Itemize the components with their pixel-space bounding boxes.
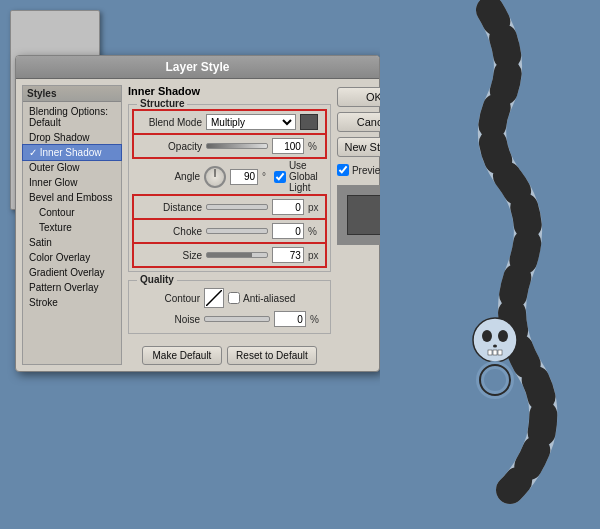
preview-checkbox[interactable] <box>337 164 349 176</box>
style-item-blending[interactable]: Blending Options: Default <box>23 104 121 130</box>
svg-point-5 <box>493 345 497 348</box>
svg-point-3 <box>482 330 492 342</box>
size-unit: px <box>308 250 322 261</box>
svg-rect-0 <box>380 0 600 529</box>
blend-mode-row: Blend Mode Multiply Normal Screen Overla… <box>135 112 324 132</box>
angle-row: Angle ° Use Global Light <box>135 160 324 193</box>
angle-input[interactable] <box>230 169 258 185</box>
bottom-buttons: Make Default Reset to Default <box>128 346 331 365</box>
svg-rect-8 <box>498 350 502 355</box>
layer-style-dialog: Layer Style Styles Blending Options: Def… <box>15 55 380 372</box>
blend-mode-label: Blend Mode <box>137 117 202 128</box>
inner-shadow-header: Inner Shadow <box>128 85 331 97</box>
choke-unit: % <box>308 226 322 237</box>
style-item-bevel-emboss[interactable]: Bevel and Emboss <box>23 190 121 205</box>
blend-mode-select[interactable]: Multiply Normal Screen Overlay <box>206 114 296 130</box>
distance-slider[interactable] <box>206 204 268 210</box>
options-panel: Inner Shadow Structure Blend Mode Multip… <box>128 85 331 365</box>
noise-input[interactable] <box>274 311 306 327</box>
angle-line <box>215 169 216 177</box>
size-input[interactable] <box>272 247 304 263</box>
distance-input[interactable] <box>272 199 304 215</box>
choke-label: Choke <box>137 226 202 237</box>
structure-title: Structure <box>137 98 187 109</box>
styles-list: Blending Options: Default Drop Shadow ✓ … <box>23 102 121 312</box>
angle-unit: ° <box>262 171 270 182</box>
noise-unit: % <box>310 314 324 325</box>
reset-to-default-button[interactable]: Reset to Default <box>227 346 317 365</box>
global-light-label[interactable]: Use Global Light <box>274 160 324 193</box>
quality-group: Quality Contour Anti-aliased <box>128 280 331 334</box>
make-default-button[interactable]: Make Default <box>142 346 222 365</box>
size-label: Size <box>137 250 202 261</box>
angle-dial[interactable] <box>204 166 226 188</box>
contour-thumbnail[interactable] <box>204 288 224 308</box>
contour-label: Contour <box>135 293 200 304</box>
opacity-input[interactable] <box>272 138 304 154</box>
contour-svg <box>206 290 222 306</box>
dialog-titlebar: Layer Style <box>16 56 379 79</box>
style-item-inner-shadow[interactable]: ✓ Inner Shadow <box>23 145 121 160</box>
opacity-row: Opacity % <box>135 136 324 156</box>
choke-input[interactable] <box>272 223 304 239</box>
svg-rect-6 <box>488 350 492 355</box>
snake-illustration <box>380 0 600 529</box>
distance-row: Distance px <box>135 197 324 217</box>
anti-aliased-label[interactable]: Anti-aliased <box>228 292 295 304</box>
style-item-drop-shadow[interactable]: Drop Shadow <box>23 130 121 145</box>
choke-slider[interactable] <box>206 228 268 234</box>
opacity-slider[interactable] <box>206 143 268 149</box>
style-item-pattern-overlay[interactable]: Pattern Overlay <box>23 280 121 295</box>
svg-rect-7 <box>493 350 497 355</box>
opacity-unit: % <box>308 141 322 152</box>
contour-row: Contour Anti-aliased <box>135 288 324 308</box>
style-item-gradient-overlay[interactable]: Gradient Overlay <box>23 265 121 280</box>
style-item-texture[interactable]: Texture <box>23 220 121 235</box>
global-light-checkbox[interactable] <box>274 171 286 183</box>
angle-label: Angle <box>135 171 200 182</box>
style-item-satin[interactable]: Satin <box>23 235 121 250</box>
dialog-body: Styles Blending Options: Default Drop Sh… <box>16 79 379 371</box>
structure-group: Structure Blend Mode Multiply Normal Scr… <box>128 104 331 272</box>
style-item-stroke[interactable]: Stroke <box>23 295 121 310</box>
noise-label: Noise <box>135 314 200 325</box>
size-row: Size px <box>135 245 324 265</box>
noise-slider[interactable] <box>204 316 270 322</box>
opacity-label: Opacity <box>137 141 202 152</box>
svg-point-4 <box>498 330 508 342</box>
style-item-contour[interactable]: Contour <box>23 205 121 220</box>
style-item-outer-glow[interactable]: Outer Glow <box>23 160 121 175</box>
size-slider[interactable] <box>206 252 268 258</box>
noise-row: Noise % <box>135 311 324 327</box>
distance-unit: px <box>308 202 322 213</box>
quality-title: Quality <box>137 274 177 285</box>
styles-panel-title: Styles <box>23 86 121 102</box>
choke-row: Choke % <box>135 221 324 241</box>
styles-panel: Styles Blending Options: Default Drop Sh… <box>22 85 122 365</box>
distance-label: Distance <box>137 202 202 213</box>
anti-aliased-checkbox[interactable] <box>228 292 240 304</box>
blend-color-swatch[interactable] <box>300 114 318 130</box>
style-item-color-overlay[interactable]: Color Overlay <box>23 250 121 265</box>
snake-svg <box>380 0 600 529</box>
dialog-title: Layer Style <box>165 60 229 74</box>
style-item-inner-glow[interactable]: Inner Glow <box>23 175 121 190</box>
